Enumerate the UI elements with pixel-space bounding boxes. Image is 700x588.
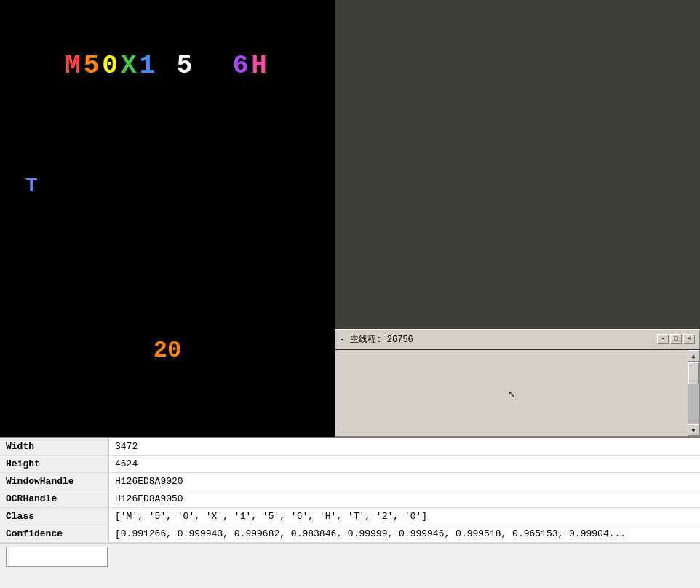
char-5a: 5: [84, 51, 103, 81]
canvas-top-text: M50X1 5 6H: [65, 51, 270, 81]
right-content-area: ↖ ▲ ▼: [335, 349, 700, 437]
close-button[interactable]: ×: [683, 334, 695, 344]
label-width: Width: [0, 438, 109, 455]
right-top-display: [335, 0, 700, 329]
minimize-button[interactable]: -: [657, 334, 669, 344]
info-row-confidence: Confidence [0.991266, 0.999943, 0.999682…: [0, 525, 700, 543]
info-row-width: Width 3472: [0, 438, 700, 456]
info-row-class: Class ['M', '5', '0', 'X', '1', '5', '6'…: [0, 508, 700, 525]
scrollbar-thumb[interactable]: [688, 362, 699, 384]
titlebar-title: - 主线程: 26756: [340, 333, 413, 346]
canvas-letter-T: T: [25, 175, 38, 197]
right-panel: - 主线程: 26756 - □ × ↖ ▲ ▼: [335, 0, 700, 437]
canvas-number-20: 20: [154, 337, 181, 364]
scrollbar-right[interactable]: ▲ ▼: [688, 350, 699, 436]
value-confidence: [0.991266, 0.999943, 0.999682, 0.983846,…: [109, 525, 700, 542]
canvas-panel: M50X1 5 6H T 20: [0, 0, 335, 437]
info-panel: Width 3472 Height 4624 WindowHandle H126…: [0, 437, 700, 588]
label-confidence: Confidence: [0, 525, 109, 542]
char-X: X: [121, 51, 140, 81]
maximize-button[interactable]: □: [670, 334, 682, 344]
char-5b: 5: [177, 51, 196, 81]
info-row-windowhandle: WindowHandle H126ED8A9020: [0, 473, 700, 490]
bottom-extra: [0, 543, 700, 572]
value-height: 4624: [109, 456, 700, 472]
char-6: 6: [233, 51, 252, 81]
value-ocrhandle: H126ED8A9050: [109, 490, 700, 507]
bottom-box: [6, 547, 108, 567]
right-titlebar: - 主线程: 26756 - □ ×: [335, 329, 700, 349]
titlebar-buttons: - □ ×: [657, 334, 695, 344]
info-row-ocrhandle: OCRHandle H126ED8A9050: [0, 490, 700, 508]
top-panels: M50X1 5 6H T 20 - 主线程: 26756 - □ × ↖: [0, 0, 700, 437]
scroll-up-arrow[interactable]: ▲: [688, 350, 699, 362]
value-class: ['M', '5', '0', 'X', '1', '5', '6', 'H',…: [109, 508, 700, 525]
scroll-down-arrow[interactable]: ▼: [688, 424, 699, 436]
value-width: 3472: [109, 438, 700, 455]
char-space2: [195, 51, 232, 81]
char-0: 0: [102, 51, 121, 81]
char-H: H: [251, 51, 270, 81]
label-height: Height: [0, 456, 109, 472]
value-windowhandle: H126ED8A9020: [109, 473, 700, 490]
info-row-height: Height 4624: [0, 456, 700, 473]
label-class: Class: [0, 508, 109, 525]
label-ocrhandle: OCRHandle: [0, 490, 109, 507]
main-container: M50X1 5 6H T 20 - 主线程: 26756 - □ × ↖: [0, 0, 700, 588]
char-M: M: [65, 51, 84, 81]
cursor-area: ↖: [335, 350, 688, 436]
char-1: 1: [140, 51, 159, 81]
label-windowhandle: WindowHandle: [0, 473, 109, 490]
scrollbar-track: [688, 362, 699, 424]
cursor-icon: ↖: [508, 385, 516, 401]
char-space1: [158, 51, 177, 81]
